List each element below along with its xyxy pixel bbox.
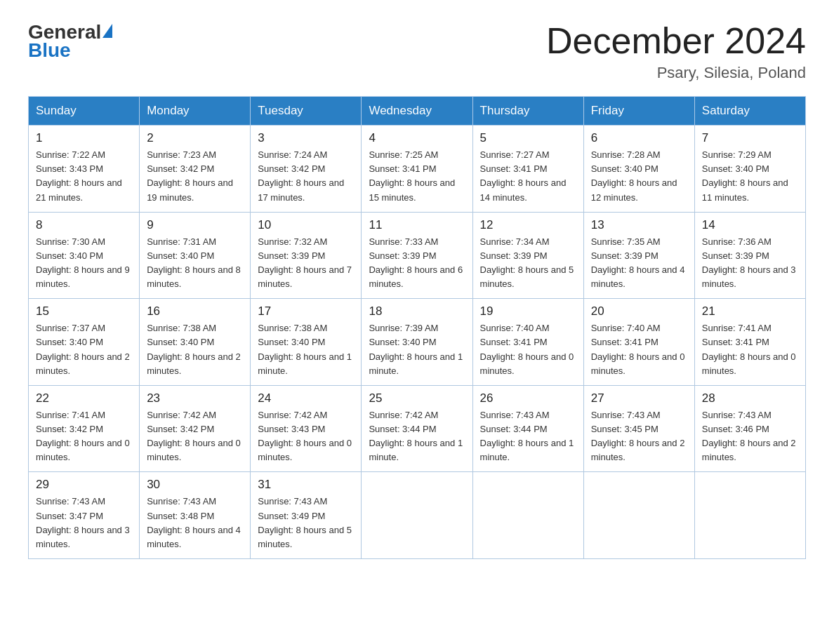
day-cell: 12Sunrise: 7:34 AMSunset: 3:39 PMDayligh… (472, 212, 583, 299)
day-number: 31 (258, 478, 354, 492)
day-number: 13 (591, 218, 687, 232)
calendar-body: 1Sunrise: 7:22 AMSunset: 3:43 PMDaylight… (29, 126, 806, 559)
day-cell: 1Sunrise: 7:22 AMSunset: 3:43 PMDaylight… (29, 126, 140, 213)
week-row-2: 8Sunrise: 7:30 AMSunset: 3:40 PMDaylight… (29, 212, 806, 299)
day-info: Sunrise: 7:35 AMSunset: 3:39 PMDaylight:… (591, 235, 687, 292)
day-cell: 27Sunrise: 7:43 AMSunset: 3:45 PMDayligh… (583, 385, 694, 472)
day-cell: 19Sunrise: 7:40 AMSunset: 3:41 PMDayligh… (472, 299, 583, 386)
day-number: 17 (258, 304, 354, 318)
day-cell (694, 472, 805, 559)
day-cell: 10Sunrise: 7:32 AMSunset: 3:39 PMDayligh… (251, 212, 362, 299)
day-number: 20 (591, 304, 687, 318)
day-number: 19 (480, 304, 576, 318)
calendar-table: SundayMondayTuesdayWednesdayThursdayFrid… (28, 96, 806, 559)
day-info: Sunrise: 7:42 AMSunset: 3:43 PMDaylight:… (258, 408, 354, 465)
day-number: 5 (480, 131, 576, 145)
calendar-header: SundayMondayTuesdayWednesdayThursdayFrid… (29, 97, 806, 126)
day-info: Sunrise: 7:43 AMSunset: 3:45 PMDaylight:… (591, 408, 687, 465)
day-number: 9 (147, 218, 243, 232)
day-header-wednesday: Wednesday (362, 97, 472, 126)
day-info: Sunrise: 7:27 AMSunset: 3:41 PMDaylight:… (480, 148, 576, 205)
day-number: 3 (258, 131, 354, 145)
day-info: Sunrise: 7:33 AMSunset: 3:39 PMDaylight:… (369, 235, 465, 292)
day-cell: 22Sunrise: 7:41 AMSunset: 3:42 PMDayligh… (29, 385, 140, 472)
day-cell: 7Sunrise: 7:29 AMSunset: 3:40 PMDaylight… (694, 126, 805, 213)
day-cell: 31Sunrise: 7:43 AMSunset: 3:49 PMDayligh… (251, 472, 362, 559)
day-number: 4 (369, 131, 465, 145)
day-info: Sunrise: 7:23 AMSunset: 3:42 PMDaylight:… (147, 148, 243, 205)
day-info: Sunrise: 7:43 AMSunset: 3:44 PMDaylight:… (480, 408, 576, 465)
day-header-friday: Friday (583, 97, 694, 126)
day-cell: 25Sunrise: 7:42 AMSunset: 3:44 PMDayligh… (362, 385, 472, 472)
day-info: Sunrise: 7:41 AMSunset: 3:41 PMDaylight:… (702, 321, 798, 378)
day-cell: 20Sunrise: 7:40 AMSunset: 3:41 PMDayligh… (583, 299, 694, 386)
day-cell: 3Sunrise: 7:24 AMSunset: 3:42 PMDaylight… (251, 126, 362, 213)
week-row-4: 22Sunrise: 7:41 AMSunset: 3:42 PMDayligh… (29, 385, 806, 472)
day-info: Sunrise: 7:29 AMSunset: 3:40 PMDaylight:… (702, 148, 798, 205)
day-number: 27 (591, 391, 687, 405)
day-number: 18 (369, 304, 465, 318)
day-number: 8 (36, 218, 132, 232)
day-cell: 5Sunrise: 7:27 AMSunset: 3:41 PMDaylight… (472, 126, 583, 213)
day-cell: 4Sunrise: 7:25 AMSunset: 3:41 PMDaylight… (362, 126, 472, 213)
day-cell: 26Sunrise: 7:43 AMSunset: 3:44 PMDayligh… (472, 385, 583, 472)
week-row-5: 29Sunrise: 7:43 AMSunset: 3:47 PMDayligh… (29, 472, 806, 559)
day-cell: 28Sunrise: 7:43 AMSunset: 3:46 PMDayligh… (694, 385, 805, 472)
logo: General Blue (28, 21, 112, 62)
day-cell: 18Sunrise: 7:39 AMSunset: 3:40 PMDayligh… (362, 299, 472, 386)
subtitle: Psary, Silesia, Poland (546, 64, 806, 82)
day-cell (472, 472, 583, 559)
day-number: 28 (702, 391, 798, 405)
day-info: Sunrise: 7:25 AMSunset: 3:41 PMDaylight:… (369, 148, 465, 205)
day-number: 14 (702, 218, 798, 232)
day-cell: 21Sunrise: 7:41 AMSunset: 3:41 PMDayligh… (694, 299, 805, 386)
logo-triangle-icon (102, 24, 112, 38)
day-cell: 8Sunrise: 7:30 AMSunset: 3:40 PMDaylight… (29, 212, 140, 299)
title-area: December 2024 Psary, Silesia, Poland (546, 21, 806, 82)
day-info: Sunrise: 7:42 AMSunset: 3:44 PMDaylight:… (369, 408, 465, 465)
day-number: 21 (702, 304, 798, 318)
day-number: 29 (36, 478, 132, 492)
day-info: Sunrise: 7:24 AMSunset: 3:42 PMDaylight:… (258, 148, 354, 205)
day-info: Sunrise: 7:38 AMSunset: 3:40 PMDaylight:… (147, 321, 243, 378)
day-cell: 14Sunrise: 7:36 AMSunset: 3:39 PMDayligh… (694, 212, 805, 299)
day-cell (583, 472, 694, 559)
day-info: Sunrise: 7:43 AMSunset: 3:46 PMDaylight:… (702, 408, 798, 465)
day-info: Sunrise: 7:28 AMSunset: 3:40 PMDaylight:… (591, 148, 687, 205)
day-number: 23 (147, 391, 243, 405)
day-info: Sunrise: 7:36 AMSunset: 3:39 PMDaylight:… (702, 235, 798, 292)
day-cell: 16Sunrise: 7:38 AMSunset: 3:40 PMDayligh… (140, 299, 251, 386)
day-info: Sunrise: 7:22 AMSunset: 3:43 PMDaylight:… (36, 148, 132, 205)
day-info: Sunrise: 7:31 AMSunset: 3:40 PMDaylight:… (147, 235, 243, 292)
day-cell: 6Sunrise: 7:28 AMSunset: 3:40 PMDaylight… (583, 126, 694, 213)
day-info: Sunrise: 7:30 AMSunset: 3:40 PMDaylight:… (36, 235, 132, 292)
day-cell: 30Sunrise: 7:43 AMSunset: 3:48 PMDayligh… (140, 472, 251, 559)
day-number: 2 (147, 131, 243, 145)
day-cell: 15Sunrise: 7:37 AMSunset: 3:40 PMDayligh… (29, 299, 140, 386)
day-number: 30 (147, 478, 243, 492)
day-cell: 23Sunrise: 7:42 AMSunset: 3:42 PMDayligh… (140, 385, 251, 472)
day-info: Sunrise: 7:34 AMSunset: 3:39 PMDaylight:… (480, 235, 576, 292)
day-info: Sunrise: 7:38 AMSunset: 3:40 PMDaylight:… (258, 321, 354, 378)
day-header-sunday: Sunday (29, 97, 140, 126)
day-cell (362, 472, 472, 559)
day-number: 7 (702, 131, 798, 145)
day-cell: 11Sunrise: 7:33 AMSunset: 3:39 PMDayligh… (362, 212, 472, 299)
day-cell: 17Sunrise: 7:38 AMSunset: 3:40 PMDayligh… (251, 299, 362, 386)
day-header-thursday: Thursday (472, 97, 583, 126)
day-number: 26 (480, 391, 576, 405)
day-info: Sunrise: 7:37 AMSunset: 3:40 PMDaylight:… (36, 321, 132, 378)
day-info: Sunrise: 7:39 AMSunset: 3:40 PMDaylight:… (369, 321, 465, 378)
day-number: 6 (591, 131, 687, 145)
day-cell: 24Sunrise: 7:42 AMSunset: 3:43 PMDayligh… (251, 385, 362, 472)
day-number: 1 (36, 131, 132, 145)
day-info: Sunrise: 7:42 AMSunset: 3:42 PMDaylight:… (147, 408, 243, 465)
page-header: General Blue December 2024 Psary, Silesi… (28, 21, 806, 82)
day-number: 10 (258, 218, 354, 232)
week-row-1: 1Sunrise: 7:22 AMSunset: 3:43 PMDaylight… (29, 126, 806, 213)
day-cell: 13Sunrise: 7:35 AMSunset: 3:39 PMDayligh… (583, 212, 694, 299)
day-cell: 9Sunrise: 7:31 AMSunset: 3:40 PMDaylight… (140, 212, 251, 299)
day-info: Sunrise: 7:32 AMSunset: 3:39 PMDaylight:… (258, 235, 354, 292)
day-number: 25 (369, 391, 465, 405)
day-number: 12 (480, 218, 576, 232)
